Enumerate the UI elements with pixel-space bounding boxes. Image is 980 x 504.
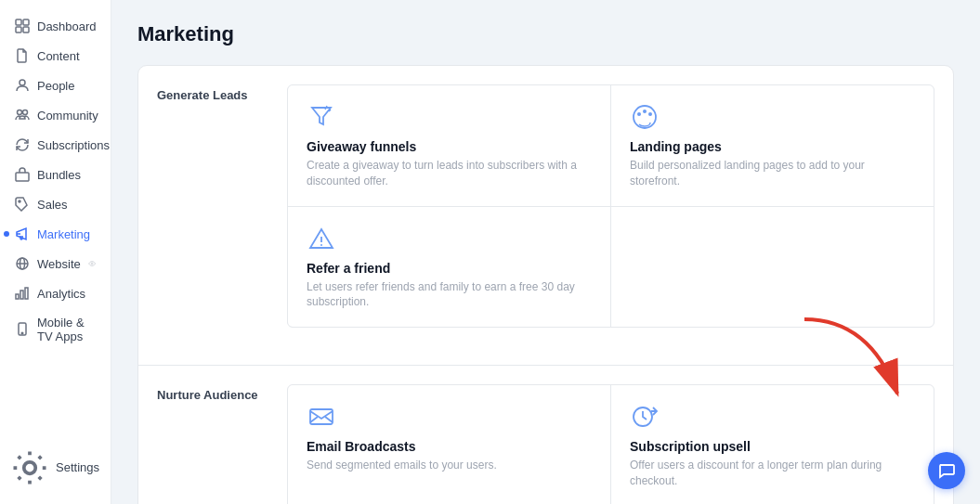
svg-point-24 [320,244,322,246]
alert-triangle-icon [307,224,336,253]
chat-icon [937,461,956,480]
sidebar-item-mobile-tv[interactable]: Mobile & TV Apps [4,309,107,350]
svg-rect-1 [23,19,29,25]
sidebar-item-bundles[interactable]: Bundles [4,161,107,188]
card-email-desc: Send segmented emails to your users. [307,458,592,473]
mobile-icon [15,322,30,337]
sidebar-item-content[interactable]: Content [4,42,107,70]
cards-grid-generate-leads: Giveaway funnels Create a giveaway to tu… [287,84,934,328]
svg-point-6 [23,110,28,115]
section-label-nurture: Nurture Audience [157,384,268,504]
settings-label: Settings [56,460,99,474]
svg-point-17 [21,332,23,334]
svg-point-4 [20,80,25,85]
funnel-icon [307,102,336,132]
section-divider [138,365,953,366]
main-content: Marketing Generate Leads Giveaway funnel… [111,0,980,504]
sidebar-label: Analytics [37,287,85,301]
refresh-icon [15,137,30,152]
sidebar-item-website[interactable]: Website [4,250,107,278]
svg-point-8 [19,200,20,202]
svg-point-12 [91,263,93,265]
bundle-icon [15,167,30,182]
section-generate-leads: Generate Leads Giveaway funnels Create a… [157,84,934,346]
cards-grid-nurture: Email Broadcasts Send segmented emails t… [287,384,934,504]
sidebar-item-marketing[interactable]: Marketing [4,220,107,248]
sidebar-label: Dashboard [37,19,97,33]
person-icon [15,78,30,93]
card-landing-pages[interactable]: Landing pages Build personalized landing… [611,85,934,206]
svg-rect-3 [23,27,29,32]
card-upsell-title: Subscription upsell [630,439,915,454]
tag-icon [15,197,30,212]
sections-container: Generate Leads Giveaway funnels Create a… [137,65,954,504]
sidebar-item-subscriptions[interactable]: Subscriptions [4,131,107,159]
palette-icon [630,102,660,132]
card-email-broadcasts[interactable]: Email Broadcasts Send segmented emails t… [288,385,610,504]
svg-point-18 [24,462,36,474]
marketing-icon [15,226,30,241]
card-email-title: Email Broadcasts [307,439,592,454]
bar-chart-icon [15,286,30,301]
svg-point-5 [18,110,22,115]
settings-icon [11,449,48,486]
svg-rect-15 [25,288,28,299]
svg-rect-13 [16,294,19,299]
card-refer-friend[interactable]: Refer a friend Let users refer friends a… [288,207,610,328]
svg-rect-14 [20,291,23,299]
card-upsell-desc: Offer users a discount for a longer term… [630,458,915,489]
sidebar-item-community[interactable]: Community [4,101,107,129]
email-icon [307,402,336,432]
card-empty-1 [611,207,934,328]
section-nurture-audience: Nurture Audience [157,384,934,504]
svg-point-21 [643,110,647,113]
chat-bubble-button[interactable] [928,452,965,489]
card-landing-desc: Build personalized landing pages to add … [630,158,915,189]
active-indicator [4,231,9,237]
sidebar-label: Content [37,49,80,63]
sidebar-label: Bundles [37,168,81,182]
sidebar-item-dashboard[interactable]: Dashboard [4,12,107,40]
section-cards-generate-leads: Giveaway funnels Create a giveaway to tu… [287,84,934,346]
sidebar-item-analytics[interactable]: Analytics [4,279,107,307]
card-refer-desc: Let users refer friends and family to ea… [307,279,592,311]
sidebar-label: Sales [37,198,68,212]
sidebar-label: Website [37,257,81,271]
sidebar: Dashboard Content People Community Subsc… [0,0,111,504]
svg-point-19 [634,106,656,128]
svg-rect-26 [310,409,333,424]
clock-arrow-icon [630,402,660,432]
card-giveaway-funnels[interactable]: Giveaway funnels Create a giveaway to tu… [288,85,610,206]
card-landing-title: Landing pages [630,139,915,154]
sidebar-label: Subscriptions [37,138,110,152]
sidebar-item-settings[interactable]: Settings [0,443,111,493]
svg-point-22 [648,112,652,116]
eye-icon [88,257,96,270]
sidebar-item-people[interactable]: People [4,71,107,99]
section-cards-nurture: Email Broadcasts Send segmented emails t… [287,384,934,504]
page-title: Marketing [137,22,954,46]
section-label-generate-leads: Generate Leads [157,84,268,346]
sidebar-label: Community [37,109,98,123]
card-giveaway-title: Giveaway funnels [307,139,592,154]
svg-rect-2 [16,27,21,32]
sidebar-item-sales[interactable]: Sales [4,190,107,218]
card-refer-title: Refer a friend [307,261,592,276]
sidebar-label: Marketing [37,227,90,241]
community-icon [15,108,30,123]
svg-rect-0 [16,19,21,25]
svg-rect-7 [16,173,29,181]
sidebar-label: People [37,79,74,93]
grid-icon [15,19,30,33]
file-icon [15,48,30,63]
globe-icon [15,256,30,271]
sidebar-label: Mobile & TV Apps [37,316,96,343]
svg-point-20 [637,112,641,116]
card-giveaway-desc: Create a giveaway to turn leads into sub… [307,158,592,189]
card-subscription-upsell[interactable]: Subscription upsell Offer users a discou… [611,385,934,504]
